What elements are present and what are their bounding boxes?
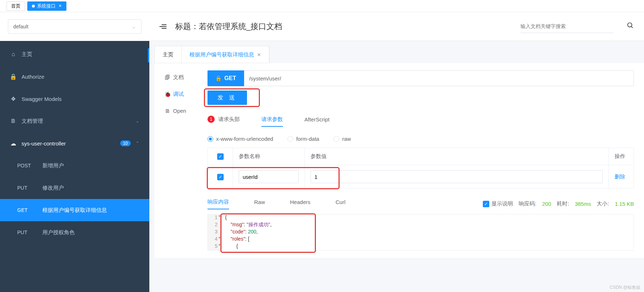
radio-icon <box>207 136 213 142</box>
side-tab-open[interactable]: 🗎 Open <box>164 108 197 114</box>
resp-time-label: 耗时: <box>557 200 569 207</box>
chevron-down-icon: ⌄ <box>136 119 139 124</box>
endpoint-item[interactable]: PUT 用户授权角色 <box>0 221 149 244</box>
endpoint-label: 修改用户 <box>42 185 139 191</box>
cube-icon: ❖ <box>10 96 17 102</box>
tab-label: 请求头部 <box>218 116 240 123</box>
side-tab-debug[interactable]: 🐞 调试 <box>164 91 197 98</box>
request-tabs: 1 请求头部 请求参数 AfterScript <box>207 116 634 126</box>
doc-tab-active[interactable]: 根据用户编号获取详细信息 ✕ <box>182 46 269 63</box>
lock-icon: 🔓 <box>215 75 221 81</box>
table-row: ✓ 删除 <box>208 165 634 189</box>
doc-tabs: 主页 根据用户编号获取详细信息 ✕ <box>154 46 270 63</box>
nav-label: 文档管理 <box>22 118 131 125</box>
nav-label: Swagger Models <box>22 96 139 102</box>
endpoint-label: 用户授权角色 <box>42 229 139 236</box>
tab-response-curl[interactable]: Curl <box>336 199 346 209</box>
show-desc-toggle[interactable]: ✓ 显示说明 <box>483 200 513 207</box>
top-tab-active[interactable]: 系统接口 ✕ <box>27 1 66 11</box>
checkbox-row[interactable]: ✓ <box>217 174 224 180</box>
api-panel: 🗐 文档 🐞 调试 🗎 Open 🔓 <box>154 63 644 258</box>
table-header-row: ✓ 参数名称 参数值 操作 <box>208 148 634 165</box>
radio-urlencoded[interactable]: x-www-form-urlencoded <box>207 136 273 142</box>
panel-side-tabs: 🗐 文档 🐞 调试 🗎 Open <box>164 70 197 251</box>
method-label: POST <box>17 163 35 168</box>
delete-link[interactable]: 删除 <box>615 173 625 180</box>
url-input[interactable] <box>244 70 634 86</box>
cloud-icon: ☁ <box>10 140 17 147</box>
url-row: 🔓 GET <box>207 70 634 86</box>
tab-afterscript[interactable]: AfterScript <box>304 116 330 126</box>
encoding-radio-row: x-www-form-urlencoded form-data raw <box>207 136 634 142</box>
nav-label: 主页 <box>22 51 139 58</box>
doc-tab-label: 根据用户编号获取详细信息 <box>190 51 254 58</box>
nav-controller[interactable]: ☁ sys-user-controller 10 ⌃ <box>0 132 149 154</box>
params-table: ✓ 参数名称 参数值 操作 ✓ <box>207 148 634 189</box>
nav-swagger-models[interactable]: ❖ Swagger Models <box>0 88 149 110</box>
page-title: 标题：若依管理系统_接口文档 <box>175 21 282 32</box>
tab-response-content[interactable]: 响应内容 <box>207 199 229 209</box>
nav-label: sys-user-controller <box>22 140 115 147</box>
resp-size-label: 大小: <box>597 200 609 207</box>
endpoint-item[interactable]: POST 新增用户 <box>0 154 149 177</box>
side-tab-label: 调试 <box>173 91 184 98</box>
side-tab-label: 文档 <box>173 74 184 81</box>
lock-icon: 🔒 <box>10 73 17 80</box>
tab-dot-icon <box>32 5 35 8</box>
endpoint-list: POST 新增用户 PUT 修改用户 GET 根据用户编号获取详细信息 PUT … <box>0 154 149 244</box>
endpoint-label: 新增用户 <box>42 162 139 169</box>
response-body: 1▼{ 2 "msg": "操作成功", 3 "code": 200, 4▼ "… <box>207 214 634 251</box>
side-tab-doc[interactable]: 🗐 文档 <box>164 74 197 81</box>
method-label: PUT <box>17 185 35 191</box>
param-name-input[interactable] <box>239 170 299 183</box>
radio-formdata[interactable]: form-data <box>288 136 319 142</box>
show-desc-label: 显示说明 <box>491 200 513 207</box>
tab-response-headers[interactable]: Headers <box>290 199 311 209</box>
svg-line-1 <box>631 27 633 28</box>
nav-list: ⌂ 主页 🔒 Authorize ❖ Swagger Models 🗎 文档管理… <box>0 41 149 292</box>
radio-icon <box>333 136 339 142</box>
radio-icon <box>288 136 293 142</box>
radio-raw[interactable]: raw <box>333 136 351 142</box>
top-tab-home[interactable]: 首页 <box>6 1 25 11</box>
tab-request-params[interactable]: 请求参数 <box>261 116 283 126</box>
doc-icon: 🗎 <box>10 118 17 124</box>
col-param-name: 参数名称 <box>233 148 305 165</box>
side-tab-label: Open <box>173 108 186 114</box>
param-value-input[interactable] <box>311 170 603 183</box>
nav-home[interactable]: ⌂ 主页 <box>0 43 149 65</box>
nav-authorize[interactable]: 🔒 Authorize <box>0 65 149 88</box>
nav-doc-manage[interactable]: 🗎 文档管理 ⌄ <box>0 110 149 132</box>
search-input[interactable] <box>521 20 614 33</box>
close-icon[interactable]: ✕ <box>257 52 261 57</box>
home-icon: ⌂ <box>10 51 17 57</box>
tab-response-raw[interactable]: Raw <box>254 199 265 209</box>
radio-label: raw <box>342 136 351 142</box>
open-icon: 🗎 <box>164 108 170 114</box>
search-icon[interactable] <box>627 22 634 31</box>
group-select[interactable]: default ⌄ <box>8 19 141 34</box>
content-area: 标题：若依管理系统_接口文档 主页 根据用户编号获取详细信息 ✕ 🗐 文档 <box>149 12 644 292</box>
group-select-value: default <box>13 24 28 29</box>
endpoint-item-active[interactable]: GET 根据用户编号获取详细信息 <box>0 199 149 221</box>
watermark: CSDN @鲸鱼姐 <box>610 284 640 291</box>
send-button[interactable]: 发 送 <box>207 91 247 105</box>
close-icon[interactable]: ✕ <box>59 4 62 8</box>
response-info: ✓ 显示说明 响应码: 200 耗时: 385ms 大小: 1.15 KB <box>483 200 634 207</box>
resp-code-label: 响应码: <box>519 200 536 207</box>
col-action: 操作 <box>609 148 634 165</box>
doc-tab-home[interactable]: 主页 <box>155 46 182 63</box>
checkbox-all[interactable]: ✓ <box>217 153 224 160</box>
collapse-sidebar-button[interactable] <box>159 24 167 29</box>
endpoint-item[interactable]: PUT 修改用户 <box>0 177 149 199</box>
api-right-area: 🔓 GET 发 送 1 请求头部 请求参数 <box>207 70 634 251</box>
checkbox-icon: ✓ <box>483 201 489 207</box>
method-label: PUT <box>17 230 35 235</box>
count-badge: 1 <box>207 116 215 123</box>
nav-label: Authorize <box>22 74 139 80</box>
tab-request-headers[interactable]: 1 请求头部 <box>207 116 240 126</box>
method-badge: 🔓 GET <box>207 70 244 86</box>
document-icon: 🗐 <box>164 74 170 80</box>
radio-label: form-data <box>296 136 319 142</box>
svg-point-0 <box>628 23 632 27</box>
